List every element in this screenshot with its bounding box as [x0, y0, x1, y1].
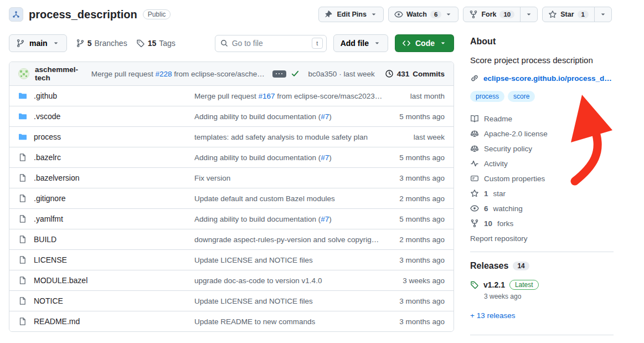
releases-count-badge: 14	[513, 262, 529, 270]
readme-link[interactable]: Readme	[470, 114, 614, 123]
more-releases-link[interactable]: + 13 releases	[470, 311, 614, 320]
check-icon[interactable]	[291, 69, 300, 78]
repo-title[interactable]: process_description	[29, 8, 137, 21]
row-commit-message-link[interactable]: Adding ability to build documentation (#…	[194, 153, 383, 162]
star-caret-button[interactable]	[594, 7, 611, 22]
book-icon	[470, 114, 479, 123]
commit-date-link[interactable]: last month	[383, 92, 445, 100]
chevron-down-icon	[525, 11, 533, 18]
row-commit-message-link[interactable]: templates: add safety analysis to module…	[194, 133, 383, 141]
file-name-link[interactable]: .bazelrc	[34, 153, 61, 162]
row-commit-message-link[interactable]: Update README to new commands	[194, 318, 383, 326]
add-file-button[interactable]: Add file	[333, 34, 388, 52]
row-commit-message-link[interactable]: upgrade doc-as-code to version v1.4.0	[194, 277, 383, 285]
commit-date-link[interactable]: 3 weeks ago	[383, 277, 445, 285]
commit-history-link[interactable]: 431 Commits	[385, 69, 445, 78]
git-branch-icon	[76, 39, 85, 48]
license-link[interactable]: Apache-2.0 license	[470, 129, 614, 138]
pr-number-link[interactable]: #167	[259, 92, 275, 100]
file-name-link[interactable]: README.md	[34, 317, 80, 326]
file-name-link[interactable]: .bazelversion	[34, 173, 80, 182]
file-name-link[interactable]: .yamlfmt	[34, 214, 63, 223]
file-name-link[interactable]: LICENSE	[34, 255, 67, 264]
row-commit-message-link[interactable]: Adding ability to build documentation (#…	[194, 215, 383, 223]
file-name-link[interactable]: .github	[34, 91, 57, 100]
law-icon	[470, 144, 479, 153]
row-commit-message-link[interactable]: Adding ability to build documentation (#…	[194, 112, 383, 121]
pr-number-link[interactable]: #228	[155, 70, 172, 78]
commit-message-expander-button[interactable]	[272, 70, 286, 78]
fork-button-group: Fork 10	[463, 7, 538, 22]
topic-tag[interactable]: score	[508, 91, 535, 102]
pulse-icon	[470, 159, 479, 168]
file-icon	[18, 214, 27, 223]
security-policy-link[interactable]: Security policy	[470, 144, 614, 153]
branch-selector[interactable]: main	[9, 34, 67, 52]
stars-link[interactable]: 1 star	[470, 189, 614, 198]
latest-commit-bar: aschemmel-tech Merge pull request #228 f…	[9, 62, 454, 85]
edit-pins-button[interactable]: Edit Pins	[318, 7, 383, 22]
commit-date-link[interactable]: 3 months ago	[383, 174, 445, 182]
row-commit-message-link[interactable]: Update LICENSE and NOTICE files	[194, 297, 383, 305]
code-button[interactable]: Code	[395, 34, 454, 52]
row-commit-message-link[interactable]: Update default and custom Bazel modules	[194, 194, 383, 203]
goto-file-input[interactable]	[215, 35, 327, 52]
commit-date-link[interactable]: 5 months ago	[383, 153, 445, 162]
release-version[interactable]: v1.2.1	[483, 280, 505, 289]
row-commit-message-link[interactable]: downgrade aspect-rules-py-version and so…	[194, 236, 383, 244]
commit-date-link[interactable]: 3 months ago	[383, 318, 445, 326]
fork-icon	[469, 10, 478, 19]
commit-sha-link[interactable]: bc0a350 · last week	[308, 70, 375, 78]
commit-date-link[interactable]: 2 months ago	[383, 194, 445, 203]
file-name-link[interactable]: BUILD	[34, 235, 56, 244]
pr-number-link[interactable]: #7	[321, 215, 329, 223]
latest-badge[interactable]: Latest	[509, 280, 539, 290]
custom-properties-link[interactable]: Custom properties	[470, 174, 614, 183]
report-repository-link[interactable]: Report repository	[470, 234, 614, 243]
latest-release-link[interactable]: v1.2.1 Latest	[470, 280, 614, 290]
commit-author-avatar[interactable]	[18, 68, 29, 79]
file-name-link[interactable]: process	[34, 132, 61, 141]
file-row: .gitignore Update default and custom Baz…	[9, 188, 454, 208]
branches-link[interactable]: 5 Branches	[76, 39, 127, 48]
row-commit-message-link[interactable]: Update LICENSE and NOTICE files	[194, 256, 383, 264]
watch-button[interactable]: Watch 6	[388, 7, 458, 22]
website-link[interactable]: eclipse-score.github.io/process_descr…	[483, 74, 614, 83]
chevron-down-icon	[599, 11, 607, 18]
org-logo-icon	[12, 10, 20, 19]
goto-file-search: t	[215, 35, 327, 52]
pr-number-link[interactable]: #7	[321, 112, 329, 121]
file-name-link[interactable]: MODULE.bazel	[34, 276, 87, 285]
commit-date-link[interactable]: 3 months ago	[383, 256, 445, 264]
releases-heading[interactable]: Releases	[470, 261, 508, 271]
pr-number-link[interactable]: #7	[321, 153, 329, 162]
commit-date-link[interactable]: last week	[383, 133, 445, 141]
file-name-link[interactable]: NOTICE	[34, 296, 63, 305]
commit-date-link[interactable]: 3 months ago	[383, 297, 445, 305]
commit-date-link[interactable]: 5 months ago	[383, 112, 445, 121]
file-icon	[18, 153, 27, 162]
file-name-link[interactable]: .vscode	[34, 112, 60, 121]
commit-date-link[interactable]: 2 months ago	[383, 236, 445, 244]
commit-date-link[interactable]: 5 months ago	[383, 215, 445, 223]
row-message-text: Update LICENSE and NOTICE files	[194, 256, 313, 264]
star-button[interactable]: Star 1	[543, 7, 594, 22]
watch-label: Watch	[406, 11, 427, 18]
star-icon	[548, 10, 557, 19]
row-commit-message-link[interactable]: Fix version	[194, 174, 383, 182]
commit-message-link[interactable]: Merge pull request #228 from eclipse-sco…	[91, 70, 268, 78]
row-commit-message-link[interactable]: Merge pull request #167 from eclipse-sco…	[194, 92, 383, 100]
fork-button[interactable]: Fork 10	[463, 7, 520, 22]
commit-sha: bc0a350	[308, 70, 337, 78]
eye-icon	[394, 10, 403, 19]
topic-tag[interactable]: process	[470, 91, 504, 102]
forks-link[interactable]: 10 forks	[470, 219, 614, 228]
org-avatar[interactable]	[9, 7, 23, 22]
fork-caret-button[interactable]	[520, 7, 537, 22]
activity-link[interactable]: Activity	[470, 159, 614, 168]
watchers-link[interactable]: 6 watching	[470, 204, 614, 213]
file-name-link[interactable]: .gitignore	[34, 194, 66, 203]
commit-author-link[interactable]: aschemmel-tech	[35, 65, 87, 82]
row-message-text: downgrade aspect-rules-py-version and so…	[194, 236, 383, 244]
tags-link[interactable]: 15 Tags	[136, 39, 176, 48]
